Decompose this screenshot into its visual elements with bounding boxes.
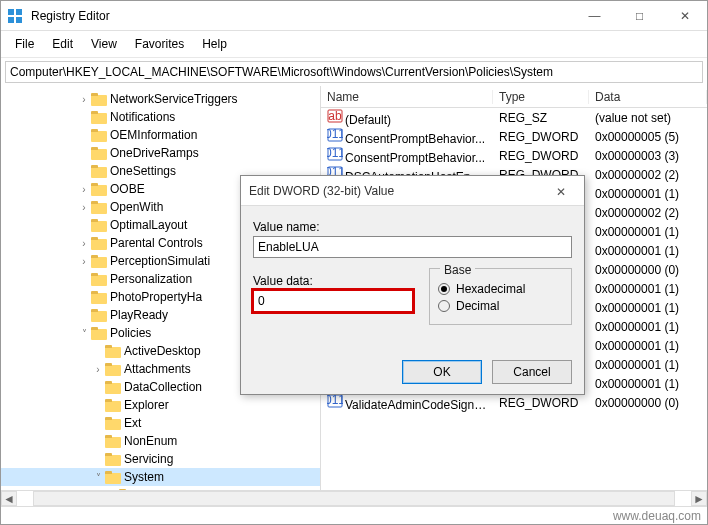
col-data[interactable]: Data xyxy=(589,90,707,104)
tree-item-label: PlayReady xyxy=(110,308,168,322)
svg-text:ab: ab xyxy=(328,109,342,123)
value-type: REG_DWORD xyxy=(493,149,589,163)
folder-icon xyxy=(91,309,107,322)
tree-item-label: ActiveDesktop xyxy=(124,344,201,358)
scroll-left-button[interactable]: ◄ xyxy=(1,491,17,506)
folder-icon xyxy=(91,147,107,160)
scroll-track[interactable] xyxy=(33,491,675,506)
tree-item[interactable]: Servicing xyxy=(1,450,320,468)
value-data: 0x00000001 (1) xyxy=(589,225,707,239)
list-header: Name Type Data xyxy=(321,86,707,108)
edit-dword-dialog: Edit DWORD (32-bit) Value ✕ Value name: … xyxy=(240,175,585,395)
reg-dword-icon: 011 xyxy=(327,146,343,162)
window-title: Registry Editor xyxy=(29,9,572,23)
menu-help[interactable]: Help xyxy=(194,35,235,53)
value-name-input[interactable] xyxy=(253,236,572,258)
tree-item-label: PhotoPropertyHa xyxy=(110,290,202,304)
expander-icon[interactable]: › xyxy=(91,364,105,375)
title-bar: Registry Editor — □ ✕ xyxy=(1,1,707,31)
tree-item-label: Notifications xyxy=(110,110,175,124)
list-row[interactable]: ab(Default)REG_SZ(value not set) xyxy=(321,108,707,127)
tree-item-label: OEMInformation xyxy=(110,128,197,142)
tree-item-label: Explorer xyxy=(124,398,169,412)
value-data-input[interactable] xyxy=(253,290,413,312)
menu-file[interactable]: File xyxy=(7,35,42,53)
col-type[interactable]: Type xyxy=(493,90,589,104)
folder-icon xyxy=(91,291,107,304)
value-data: 0x00000001 (1) xyxy=(589,339,707,353)
tree-item-label: Servicing xyxy=(124,452,173,466)
list-row[interactable]: 011ConsentPromptBehavior...REG_DWORD0x00… xyxy=(321,146,707,165)
col-name[interactable]: Name xyxy=(321,90,493,104)
value-name: ConsentPromptBehavior... xyxy=(345,132,485,146)
value-type: REG_DWORD xyxy=(493,396,589,410)
address-bar[interactable]: Computer\HKEY_LOCAL_MACHINE\SOFTWARE\Mic… xyxy=(5,61,703,83)
value-type: REG_DWORD xyxy=(493,130,589,144)
dialog-title-bar[interactable]: Edit DWORD (32-bit) Value ✕ xyxy=(241,176,584,206)
list-row[interactable]: 011ValidateAdminCodeSigna...REG_DWORD0x0… xyxy=(321,393,707,412)
expander-icon[interactable]: › xyxy=(77,184,91,195)
expander-icon[interactable]: › xyxy=(77,238,91,249)
minimize-button[interactable]: — xyxy=(572,1,617,31)
tree-item-label: Attachments xyxy=(124,362,191,376)
value-data: 0x00000000 (0) xyxy=(589,263,707,277)
folder-icon xyxy=(105,381,121,394)
ok-label: OK xyxy=(433,365,450,379)
tree-item[interactable]: OneDriveRamps xyxy=(1,144,320,162)
folder-icon xyxy=(119,489,135,491)
tree-item-label: PerceptionSimulati xyxy=(110,254,210,268)
value-data-label: Value data: xyxy=(253,274,413,288)
expander-icon[interactable]: › xyxy=(77,202,91,213)
menu-bar: File Edit View Favorites Help xyxy=(1,31,707,58)
value-data: 0x00000000 (0) xyxy=(589,396,707,410)
folder-icon xyxy=(105,435,121,448)
tree-item-label: Ext xyxy=(124,416,141,430)
expander-icon[interactable]: › xyxy=(77,94,91,105)
menu-favorites[interactable]: Favorites xyxy=(127,35,192,53)
svg-rect-2 xyxy=(8,17,14,23)
svg-rect-3 xyxy=(16,17,22,23)
tree-item[interactable]: Notifications xyxy=(1,108,320,126)
tree-item[interactable]: Explorer xyxy=(1,396,320,414)
tree-item[interactable]: ›NetworkServiceTriggers xyxy=(1,90,320,108)
dialog-close-button[interactable]: ✕ xyxy=(546,183,576,199)
menu-edit[interactable]: Edit xyxy=(44,35,81,53)
radio-dec[interactable]: Decimal xyxy=(438,299,563,313)
folder-icon xyxy=(91,237,107,250)
folder-icon xyxy=(91,111,107,124)
maximize-icon: □ xyxy=(636,9,643,23)
expander-icon[interactable]: ˅ xyxy=(77,328,91,339)
tree-item-label: Personalization xyxy=(110,272,192,286)
status-bar: www.deuaq.com xyxy=(1,506,707,524)
scroll-right-button[interactable]: ► xyxy=(691,491,707,506)
tree-item[interactable]: NonEnum xyxy=(1,432,320,450)
menu-view[interactable]: View xyxy=(83,35,125,53)
chevron-left-icon: ◄ xyxy=(3,492,15,506)
tree-item[interactable]: Ext xyxy=(1,414,320,432)
radio-hex[interactable]: Hexadecimal xyxy=(438,282,563,296)
tree-item[interactable]: OEMInformation xyxy=(1,126,320,144)
folder-icon xyxy=(105,417,121,430)
expander-icon[interactable]: › xyxy=(77,256,91,267)
list-row[interactable]: 011ConsentPromptBehavior...REG_DWORD0x00… xyxy=(321,127,707,146)
svg-text:011: 011 xyxy=(327,127,343,141)
radio-hex-indicator xyxy=(438,283,450,295)
chevron-right-icon: ► xyxy=(693,492,705,506)
value-name: ValidateAdminCodeSigna... xyxy=(345,398,491,412)
maximize-button[interactable]: □ xyxy=(617,1,662,31)
h-scrollbar[interactable]: ◄ ► xyxy=(1,490,707,506)
tree-item-label: NonEnum xyxy=(124,434,177,448)
folder-icon xyxy=(91,93,107,106)
expander-icon[interactable]: ˅ xyxy=(91,472,105,483)
folder-icon xyxy=(91,201,107,214)
close-button[interactable]: ✕ xyxy=(662,1,707,31)
tree-item[interactable]: ˅System xyxy=(1,468,320,486)
folder-icon xyxy=(91,255,107,268)
close-icon: ✕ xyxy=(680,9,690,23)
folder-icon xyxy=(105,471,121,484)
folder-icon xyxy=(91,183,107,196)
value-data: 0x00000001 (1) xyxy=(589,320,707,334)
ok-button[interactable]: OK xyxy=(402,360,482,384)
cancel-button[interactable]: Cancel xyxy=(492,360,572,384)
radio-dec-label: Decimal xyxy=(456,299,499,313)
